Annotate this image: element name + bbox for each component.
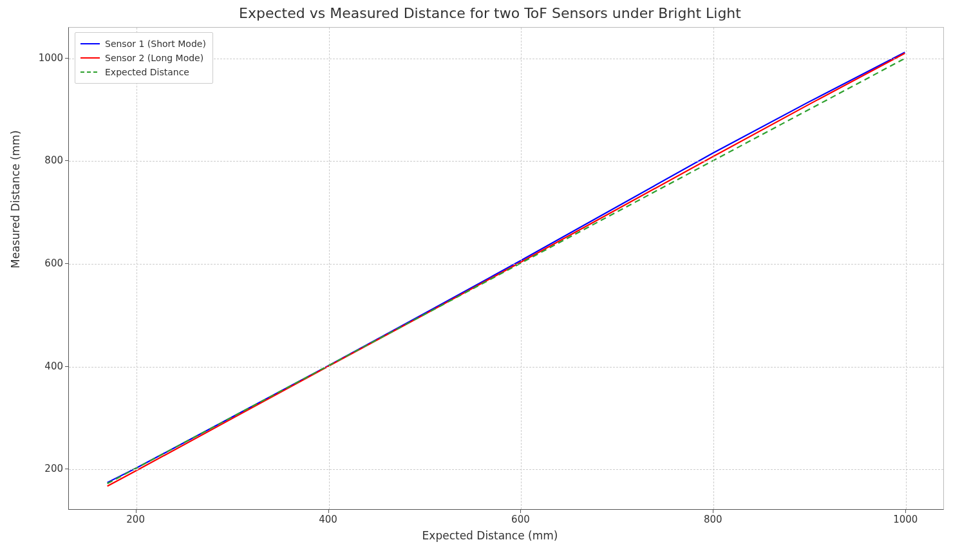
legend-line-icon <box>80 43 100 44</box>
legend-label: Expected Distance <box>105 67 189 77</box>
x-tick-label: 200 <box>126 514 145 525</box>
legend-swatch <box>80 53 100 62</box>
series-line <box>108 53 905 486</box>
x-tick-mark <box>905 510 906 513</box>
grid-line-h <box>69 264 943 265</box>
plot-lines-svg <box>69 28 943 509</box>
x-tick-mark <box>136 510 137 513</box>
grid-line-v <box>329 28 330 509</box>
x-tick-label: 800 <box>704 514 722 525</box>
grid-line-v <box>906 28 907 509</box>
legend-line-icon <box>80 71 100 73</box>
series-line <box>108 59 905 483</box>
plot-area <box>68 27 944 510</box>
y-tick-label: 200 <box>37 463 63 474</box>
legend: Sensor 1 (Short Mode)Sensor 2 (Long Mode… <box>75 32 213 84</box>
y-tick-label: 400 <box>37 360 63 372</box>
grid-line-h <box>69 469 943 470</box>
legend-label: Sensor 1 (Short Mode) <box>105 39 206 49</box>
chart-title: Expected vs Measured Distance for two To… <box>0 5 980 21</box>
y-tick-label: 1000 <box>37 52 63 64</box>
legend-line-icon <box>80 57 100 59</box>
chart-container: Expected vs Measured Distance for two To… <box>0 0 980 560</box>
grid-line-v <box>137 28 137 509</box>
y-tick-mark <box>65 366 68 367</box>
legend-label: Sensor 2 (Long Mode) <box>105 53 203 63</box>
legend-swatch <box>80 68 100 77</box>
legend-item: Sensor 2 (Long Mode) <box>80 51 206 65</box>
x-tick-mark <box>713 510 713 513</box>
legend-swatch <box>80 39 100 48</box>
y-axis-label: Measured Distance (mm) <box>9 130 22 268</box>
x-tick-label: 1000 <box>893 514 918 525</box>
grid-line-h <box>69 161 943 162</box>
x-axis-label: Expected Distance (mm) <box>0 529 980 542</box>
grid-line-v <box>713 28 714 509</box>
x-tick-mark <box>520 510 521 513</box>
y-tick-label: 800 <box>37 154 63 166</box>
y-tick-mark <box>65 58 68 59</box>
legend-item: Expected Distance <box>80 65 206 79</box>
legend-item: Sensor 1 (Short Mode) <box>80 37 206 51</box>
y-tick-label: 600 <box>37 257 63 269</box>
y-tick-mark <box>65 160 68 161</box>
x-tick-label: 400 <box>319 514 337 525</box>
x-tick-label: 600 <box>511 514 530 525</box>
y-tick-mark <box>65 469 68 469</box>
y-tick-mark <box>65 263 68 264</box>
grid-line-v <box>521 28 522 509</box>
x-tick-mark <box>328 510 329 513</box>
grid-line-h <box>69 367 943 368</box>
